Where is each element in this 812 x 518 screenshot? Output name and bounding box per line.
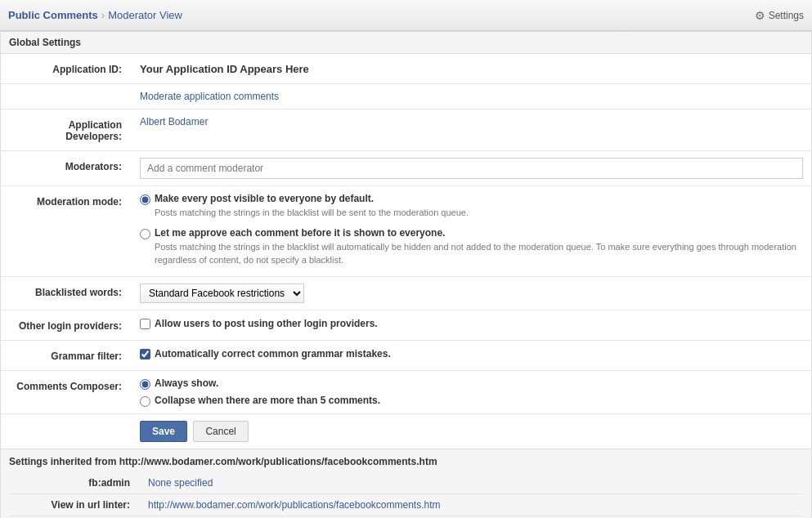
inherited-section: Settings inherited from http://www.bodam… — [1, 449, 811, 518]
moderation-mode-row: Moderation mode: Make every post visible… — [1, 186, 811, 277]
other-login-value-cell: Allow users to post using other login pr… — [132, 310, 811, 341]
other-login-label: Other login providers: — [1, 310, 132, 341]
composer-label: Comments Composer: — [1, 371, 132, 414]
blacklisted-words-value-cell: Standard Facebook restrictions — [132, 277, 811, 310]
composer-radio-2[interactable] — [140, 396, 150, 407]
other-login-checkbox-label: Allow users to post using other login pr… — [155, 318, 378, 329]
composer-option2-label: Collapse when there are more than 5 comm… — [155, 395, 380, 406]
save-button[interactable]: Save — [140, 421, 187, 442]
application-id-row: Application ID: Your Application ID Appe… — [1, 54, 811, 84]
buttons-row: Save Cancel — [1, 414, 811, 449]
composer-option1-item: Always show. — [140, 377, 803, 390]
inherited-title: Settings inherited from http://www.bodam… — [9, 456, 803, 467]
moderate-link-empty-label — [1, 84, 132, 109]
application-id-value: Your Application ID Appears Here — [140, 60, 803, 75]
moderation-option1-sub: Posts matching the strings in the blackl… — [155, 207, 803, 219]
developers-label: Application Developers: — [1, 109, 132, 151]
main-content: Global Settings Application ID: Your App… — [0, 31, 812, 518]
other-login-row: Other login providers: Allow users to po… — [1, 310, 811, 341]
grammar-filter-checkbox-row: Automatically correct common grammar mis… — [140, 347, 803, 359]
inherited-table: fb:admin None specified View in url lint… — [9, 472, 803, 516]
fbadmin-label: fb:admin — [9, 472, 140, 494]
cancel-button[interactable]: Cancel — [193, 421, 248, 442]
grammar-filter-checkbox[interactable] — [140, 349, 150, 359]
settings-label: Settings — [769, 10, 804, 21]
composer-option2-item: Collapse when there are more than 5 comm… — [140, 395, 803, 407]
moderation-option2-block: Let me approve each comment before it is… — [140, 227, 803, 266]
moderation-option2-item: Let me approve each comment before it is… — [140, 227, 803, 239]
application-id-label: Application ID: — [1, 54, 132, 84]
developer-name-link[interactable]: Albert Bodamer — [140, 116, 208, 127]
other-login-checkbox-row: Allow users to post using other login pr… — [140, 317, 803, 329]
header-left: Public Comments › Moderator View — [8, 9, 182, 21]
moderators-value-cell — [132, 151, 811, 186]
moderate-link-row: Moderate application comments — [1, 84, 811, 109]
application-id-value-cell: Your Application ID Appears Here — [132, 54, 811, 84]
grammar-filter-label: Grammar filter: — [1, 341, 132, 371]
moderation-option1-item: Make every post visible to everyone by d… — [140, 193, 803, 205]
moderation-radio-group: Make every post visible to everyone by d… — [140, 193, 803, 270]
moderators-input[interactable] — [140, 158, 803, 179]
moderation-option2-label: Let me approve each comment before it is… — [155, 227, 445, 239]
composer-value-cell: Always show. Collapse when there are mor… — [132, 371, 811, 414]
moderation-radio-2[interactable] — [140, 229, 150, 239]
url-linter-link[interactable]: http://www.bodamer.com/work/publications… — [148, 499, 441, 511]
fbadmin-row: fb:admin None specified — [9, 472, 803, 494]
moderators-label: Moderators: — [1, 151, 132, 186]
composer-option1-label: Always show. — [155, 377, 218, 389]
url-linter-value-cell: http://www.bodamer.com/work/publications… — [140, 494, 803, 516]
developers-row: Application Developers: Albert Bodamer — [1, 109, 811, 151]
grammar-filter-checkbox-label: Automatically correct common grammar mis… — [155, 348, 391, 359]
moderation-option1-label: Make every post visible to everyone by d… — [155, 193, 374, 204]
url-linter-row: View in url linter: http://www.bodamer.c… — [9, 494, 803, 516]
moderation-mode-label: Moderation mode: — [1, 186, 132, 277]
developers-value-cell: Albert Bodamer — [132, 109, 811, 151]
moderate-comments-link[interactable]: Moderate application comments — [140, 91, 279, 102]
url-linter-label: View in url linter: — [9, 494, 140, 516]
grammar-filter-value-cell: Automatically correct common grammar mis… — [132, 341, 811, 371]
fbadmin-value-cell: None specified — [140, 472, 803, 494]
fbadmin-value: None specified — [148, 477, 213, 489]
blacklisted-words-row: Blacklisted words: Standard Facebook res… — [1, 277, 811, 310]
blacklist-select[interactable]: Standard Facebook restrictions — [140, 284, 304, 303]
moderation-option2-sub: Posts matching the strings in the blackl… — [155, 241, 803, 266]
header: Public Comments › Moderator View ⚙ Setti… — [0, 0, 812, 31]
blacklisted-words-label: Blacklisted words: — [1, 277, 132, 310]
moderation-mode-value-cell: Make every post visible to everyone by d… — [132, 186, 811, 277]
moderation-radio-1[interactable] — [140, 194, 150, 205]
other-login-checkbox[interactable] — [140, 319, 150, 329]
settings-table: Application ID: Your Application ID Appe… — [1, 54, 811, 449]
buttons-empty-label — [1, 414, 132, 449]
public-comments-link[interactable]: Public Comments — [8, 9, 98, 21]
gear-icon: ⚙ — [755, 9, 765, 22]
composer-radio-group: Always show. Collapse when there are mor… — [140, 377, 803, 407]
grammar-filter-row: Grammar filter: Automatically correct co… — [1, 341, 811, 371]
composer-radio-1[interactable] — [140, 379, 150, 390]
moderate-link-cell: Moderate application comments — [132, 84, 811, 109]
buttons-cell: Save Cancel — [132, 414, 811, 449]
section-title: Global Settings — [1, 32, 811, 54]
breadcrumb-separator: › — [101, 9, 105, 21]
header-right: ⚙ Settings — [755, 9, 804, 22]
moderators-row: Moderators: — [1, 151, 811, 186]
moderator-view-link[interactable]: Moderator View — [108, 9, 182, 21]
composer-row: Comments Composer: Always show. Collapse… — [1, 371, 811, 414]
moderation-option1-block: Make every post visible to everyone by d… — [140, 193, 803, 219]
